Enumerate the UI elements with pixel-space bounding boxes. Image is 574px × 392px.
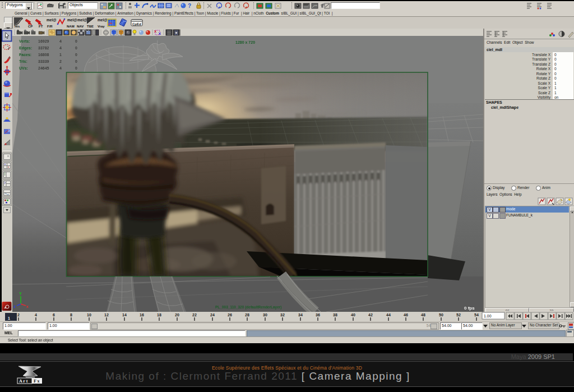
svg-text:33782: 33782 — [38, 46, 49, 50]
svg-text:10: 10 — [87, 313, 91, 317]
svg-text:Vray: Vray — [98, 25, 105, 28]
svg-text:PL_003_110_320 (defaultRenderL: PL_003_110_320 (defaultRenderLayer) — [215, 305, 282, 310]
svg-text:z: z — [13, 305, 16, 308]
svg-text:26: 26 — [228, 313, 232, 317]
svg-text:0: 0 — [75, 46, 77, 50]
svg-text:UVs:: UVs: — [19, 66, 28, 70]
svg-text:2: 2 — [59, 59, 62, 63]
svg-text:mel@: mel@ — [47, 18, 57, 22]
svg-text:0: 0 — [75, 59, 77, 63]
svg-text:1: 1 — [59, 53, 62, 57]
svg-text:1280 x 720: 1280 x 720 — [235, 40, 255, 44]
svg-text:4: 4 — [59, 46, 62, 50]
svg-text:His: His — [15, 25, 20, 28]
svg-text:?: ? — [188, 3, 191, 9]
svg-text:36: 36 — [316, 313, 320, 317]
svg-text:Tris:: Tris: — [19, 59, 27, 63]
svg-text:46: 46 — [404, 313, 408, 317]
svg-text:50: 50 — [439, 313, 443, 317]
svg-text:12: 12 — [104, 313, 109, 317]
svg-text:33339: 33339 — [38, 59, 49, 63]
svg-text:28: 28 — [245, 313, 249, 317]
svg-text:4: 4 — [59, 39, 62, 43]
svg-text:1: 1 — [8, 316, 10, 320]
svg-text:24: 24 — [210, 313, 215, 317]
svg-text:16808: 16808 — [38, 53, 49, 57]
svg-text:1.00: 1.00 — [484, 314, 492, 318]
svg-text:mel@: mel@ — [98, 18, 108, 22]
svg-text:32: 32 — [280, 313, 285, 317]
svg-text:4: 4 — [59, 66, 62, 70]
svg-text:8: 8 — [70, 313, 72, 317]
svg-text:CP: CP — [28, 25, 33, 28]
svg-text:14: 14 — [122, 313, 127, 317]
svg-text:0 fps: 0 fps — [464, 306, 475, 311]
svg-text:16: 16 — [140, 313, 144, 317]
svg-text:mel@: mel@ — [77, 18, 87, 22]
svg-text:30: 30 — [263, 313, 267, 317]
svg-text:34: 34 — [298, 313, 303, 317]
svg-text:48: 48 — [421, 313, 425, 317]
svg-text:18: 18 — [157, 313, 161, 317]
svg-text:4: 4 — [35, 313, 37, 317]
svg-text:Faces:: Faces: — [19, 53, 31, 57]
svg-text:NAV: NAV — [77, 25, 84, 28]
svg-text:CpEd: CpEd — [132, 22, 141, 26]
svg-text:FT: FT — [39, 25, 43, 28]
svg-text:2: 2 — [17, 313, 20, 317]
svg-text:TBE: TBE — [87, 25, 94, 28]
svg-text:x: x — [26, 305, 29, 308]
svg-text:44: 44 — [386, 313, 391, 317]
svg-text:16929: 16929 — [38, 39, 49, 43]
svg-text:54: 54 — [474, 313, 479, 317]
svg-text:Edges:: Edges: — [19, 46, 32, 50]
svg-text:F/R: F/R — [47, 25, 53, 28]
svg-text:40: 40 — [351, 313, 355, 317]
svg-text:Y: Y — [19, 292, 22, 296]
svg-text:0: 0 — [75, 39, 77, 43]
svg-text:52: 52 — [456, 313, 461, 317]
svg-text:38: 38 — [333, 313, 337, 317]
svg-text:22: 22 — [192, 313, 197, 317]
svg-text:42: 42 — [368, 313, 373, 317]
svg-text:6: 6 — [53, 313, 55, 317]
svg-text:24645: 24645 — [38, 66, 49, 70]
svg-text:0: 0 — [75, 66, 77, 70]
svg-text:NAM: NAM — [67, 25, 75, 28]
svg-text:0: 0 — [75, 53, 77, 57]
svg-text:mel@: mel@ — [67, 18, 77, 22]
svg-text:20: 20 — [175, 313, 179, 317]
svg-text:Verts:: Verts: — [19, 39, 30, 43]
